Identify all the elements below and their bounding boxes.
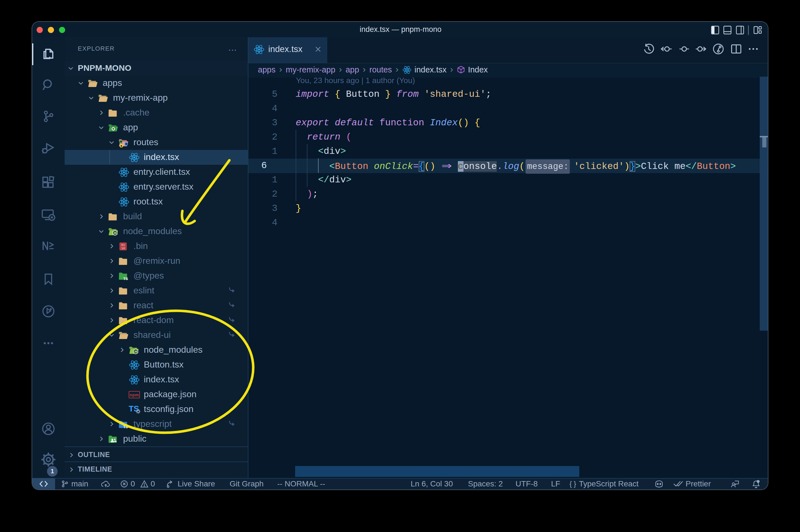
svg-text:10: 10: [121, 247, 125, 250]
svg-text:TS: TS: [123, 277, 128, 281]
svg-text:JS: JS: [134, 350, 137, 353]
svg-text:01: 01: [121, 243, 125, 247]
svg-text:TS: TS: [123, 425, 128, 429]
svg-text:JS: JS: [114, 232, 117, 234]
